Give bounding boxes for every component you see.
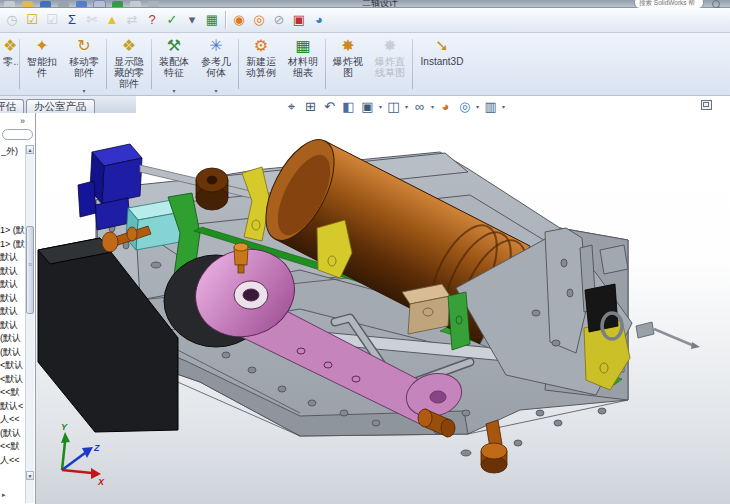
y-axis-arrow: Y [61, 422, 70, 470]
search-input[interactable] [635, 0, 695, 7]
help-icon[interactable] [148, 1, 159, 7]
new-motion-study-label: 新建运动算例 [244, 56, 278, 78]
command-tab-strip: 评估办公室产品 [0, 96, 136, 113]
panel-expand-chevron-icon[interactable]: » [20, 116, 25, 126]
bill-of-materials-button[interactable]: ▦材料明细表 [282, 33, 324, 95]
assembly-model: Y Z X [36, 113, 730, 504]
new-document-icon[interactable] [4, 1, 15, 7]
graphics-viewport[interactable]: ⌖⊞↶◧▣▾◫▾∞▾◕◎▾▥▾ [0, 96, 730, 504]
insert-component-button[interactable]: ❖零… [0, 33, 18, 95]
feature-manager-panel: » _外) 1> (默1> (默默认默认默认默认默认默认(默认(默认<默认<默认… [0, 113, 36, 504]
tree-item[interactable]: (默认 [0, 332, 26, 346]
exploded-view-button[interactable]: ✸爆炸视图 [327, 33, 369, 95]
motion-study-icon[interactable]: ◉ [229, 10, 249, 30]
tree-filter-input[interactable] [2, 129, 33, 140]
tree-root-item[interactable]: _外) [1, 145, 27, 158]
search-icon[interactable] [712, 0, 720, 8]
tree-item[interactable]: <<默 [0, 440, 26, 454]
explode-line-sketch-button[interactable]: ✸爆炸直线草图 [369, 33, 411, 95]
dropdown-arrow-icon[interactable]: ▾ [502, 103, 505, 110]
tree-item[interactable]: 人<< [0, 413, 26, 427]
selection-filter-icon[interactable]: ☑ [22, 10, 42, 30]
panel-splitter-icon[interactable]: ▸ [2, 491, 6, 499]
tree-item[interactable]: 默认 [0, 292, 26, 306]
dropdown-arrow-icon[interactable]: ▾ [379, 103, 382, 110]
probe-needle[interactable] [636, 322, 700, 349]
move-component-button[interactable]: ↻移动零部件▾ [63, 33, 105, 95]
tab-evaluate[interactable]: 评估 [0, 99, 24, 113]
instant3d-button[interactable]: ➘Instant3D [414, 33, 470, 95]
undo-icon[interactable] [76, 1, 87, 7]
tree-item[interactable]: (默认 [0, 346, 26, 360]
new-motion-study-button[interactable]: ⚙新建运动算例 [240, 33, 282, 95]
compare-documents-icon[interactable]: ▣ [289, 10, 309, 30]
tree-item[interactable]: <默认 [0, 359, 26, 373]
green-block[interactable] [448, 292, 470, 350]
design-history-icon[interactable]: ◷ [2, 10, 22, 30]
photoview-icon[interactable]: ◕ [309, 10, 329, 30]
standard-toolbar: ◷☑☑Σ✄▲⇄?✓▾▦◉◎⊘▣◕ [0, 8, 730, 33]
simulation-advisor-icon[interactable]: ◎ [249, 10, 269, 30]
bom-table-icon[interactable]: ▦ [202, 10, 222, 30]
scroll-down-icon[interactable]: ▼ [26, 471, 34, 480]
reference-geometry-button[interactable]: ✳参考几何体▾ [195, 33, 237, 95]
ribbon-separator [238, 39, 239, 89]
dropdown-arrow-icon[interactable]: ▾ [182, 10, 202, 30]
equations-icon[interactable]: Σ [62, 10, 82, 30]
window-title: 二轴设计 [362, 0, 398, 7]
align-icon[interactable]: ⇄ [122, 10, 142, 30]
svg-text:Z: Z [93, 443, 100, 453]
tree-item[interactable]: 默认 [0, 251, 26, 265]
tree-item[interactable]: <默认 [0, 373, 26, 387]
tree-item[interactable]: 默认 [0, 319, 26, 333]
brown-knob[interactable] [481, 420, 507, 473]
dropdown-arrow-icon[interactable]: ▾ [405, 103, 408, 110]
interference-detection-icon[interactable]: ▲ [102, 10, 122, 30]
viewport-restore-icon[interactable] [701, 100, 712, 110]
analysis-check-icon[interactable]: ⊘ [269, 10, 289, 30]
tree-scrollbar[interactable]: ▲ ▼ [25, 145, 34, 503]
show-hidden-components-button[interactable]: ❖显示隐藏的零部件 [108, 33, 150, 95]
dropdown-arrow-icon[interactable]: ▾ [195, 87, 237, 94]
tree-item[interactable]: 默认 [0, 278, 26, 292]
design-check-icon[interactable]: ✓ [162, 10, 182, 30]
smart-fasteners-icon: ✦ [35, 36, 48, 56]
dropdown-arrow-icon[interactable]: ▾ [476, 103, 479, 110]
scroll-up-icon[interactable]: ▲ [26, 145, 34, 154]
tree-item[interactable]: 默认 [0, 265, 26, 279]
tree-item[interactable]: (默认 [0, 427, 26, 441]
tree-item[interactable]: <<默 [0, 386, 26, 400]
save-icon[interactable] [40, 1, 51, 7]
tab-office-products[interactable]: 办公室产品 [26, 99, 95, 113]
ribbon-separator [412, 39, 413, 89]
dropdown-arrow-icon[interactable]: ▾ [431, 103, 434, 110]
z-axis-arrow: Z [62, 443, 100, 470]
brown-spool[interactable] [196, 168, 228, 210]
measure-icon[interactable]: ✄ [82, 10, 102, 30]
smart-fasteners-button[interactable]: ✦智能扣件 [21, 33, 63, 95]
filter-toggle-icon[interactable]: ☑ [42, 10, 62, 30]
ribbon-separator [106, 39, 107, 89]
dropdown-arrow-icon[interactable]: ▾ [153, 87, 195, 94]
bill-of-materials-icon: ▦ [295, 36, 310, 56]
tree-item[interactable]: 1> (默 [0, 224, 26, 238]
assembly-features-button[interactable]: ⚒装配体特征▾ [153, 33, 195, 95]
scrollbar-thumb[interactable] [26, 226, 34, 314]
tree-item[interactable]: 人<< [0, 454, 26, 468]
open-icon[interactable] [22, 1, 33, 7]
dropdown-arrow-icon[interactable]: ▾ [63, 87, 105, 94]
file-properties-icon[interactable] [130, 1, 141, 7]
feature-tree: 1> (默1> (默默认默认默认默认默认默认(默认(默认<默认<默认<<默默认<… [0, 224, 26, 467]
print-icon[interactable] [58, 1, 69, 7]
insert-component-label: 零… [3, 56, 18, 67]
tree-item[interactable]: 默认< [0, 400, 26, 414]
rebuild-icon[interactable] [94, 1, 105, 7]
reference-geometry-label: 参考几何体 [199, 56, 233, 78]
options-icon[interactable] [112, 1, 123, 7]
tree-item[interactable]: 1> (默 [0, 238, 26, 252]
show-hidden-components-icon: ❖ [122, 36, 136, 56]
exploded-view-label: 爆炸视图 [331, 56, 365, 78]
check-document-icon[interactable]: ? [142, 10, 162, 30]
tree-item[interactable]: 默认 [0, 305, 26, 319]
title-bar: 二轴设计 [0, 0, 730, 8]
